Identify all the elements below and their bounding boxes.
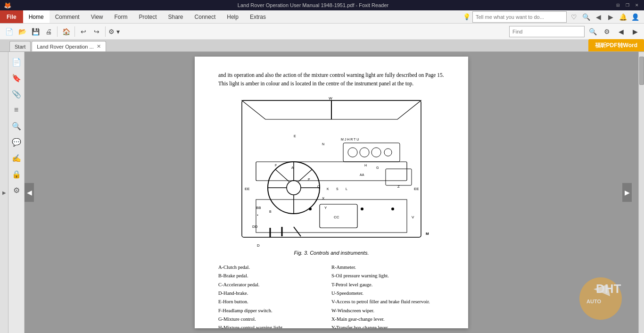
lock-icon[interactable]: 🔒 bbox=[10, 168, 23, 180]
svg-point-5 bbox=[287, 181, 301, 195]
layers-icon[interactable]: ≡ bbox=[10, 104, 23, 116]
bookmark-icon[interactable]: 🔖 bbox=[10, 72, 23, 84]
legend-right: R-Ammeter. S-Oil pressure warning light.… bbox=[331, 263, 445, 328]
dashboard-diagram: W E N M J H R T U A P Q K S L EE EE DD D… bbox=[228, 96, 435, 247]
comments-icon[interactable]: 💬 bbox=[10, 136, 23, 148]
find-btn[interactable]: 🔍 bbox=[586, 25, 599, 38]
legend-item: Y-Transfer box change lever. bbox=[331, 324, 445, 328]
find-next-btn[interactable]: ▶ bbox=[629, 25, 641, 38]
menu-extras[interactable]: Extras bbox=[244, 10, 272, 23]
legend-item: X-Main gear-change lever. bbox=[331, 315, 445, 324]
minimize-btn[interactable]: ⊟ bbox=[615, 2, 621, 8]
svg-point-52 bbox=[579, 277, 622, 320]
svg-point-37 bbox=[391, 208, 394, 210]
side-panel: 📄 🔖 📎 ≡ 🔍 💬 ✍ 🔒 ⚙ bbox=[8, 52, 25, 333]
window-title: Land Rover Operation User Manual 1948-19… bbox=[11, 2, 615, 8]
tools-side-icon[interactable]: ⚙ bbox=[10, 184, 23, 196]
open-btn[interactable]: 📂 bbox=[16, 25, 28, 38]
nav-back-btn[interactable]: ◀ bbox=[593, 12, 603, 22]
left-panel-toggle[interactable]: ▶ bbox=[0, 52, 8, 333]
menu-form[interactable]: Form bbox=[109, 10, 133, 23]
svg-text:Z: Z bbox=[397, 184, 400, 189]
tab-bar: Start Land Rover Operation ... ✕ 福昕PDF转W… bbox=[0, 40, 644, 52]
nav-forward-btn[interactable]: ▶ bbox=[605, 12, 616, 22]
restore-btn[interactable]: ❐ bbox=[624, 2, 631, 8]
legend-item: T-Petrol level gauge. bbox=[331, 281, 445, 289]
vertical-scrollbar[interactable] bbox=[638, 52, 644, 333]
lightbulb-icon: 💡 bbox=[463, 13, 471, 20]
find-prev-btn[interactable]: ◀ bbox=[615, 25, 627, 38]
tab-start[interactable]: Start bbox=[9, 41, 31, 51]
print-btn[interactable]: 🖨 bbox=[42, 25, 55, 38]
svg-text:X: X bbox=[322, 196, 325, 200]
svg-text:E: E bbox=[294, 134, 296, 138]
toolbar: 📄 📂 💾 🖨 🏠 ↩ ↪ ⚙ ▾ 🔍 ⚙ ◀ ▶ bbox=[0, 24, 644, 40]
attachment-icon[interactable]: 📎 bbox=[10, 88, 23, 100]
legend-section: A-Clutch pedal. B-Brake pedal. C-Acceler… bbox=[218, 263, 445, 328]
search-side-icon[interactable]: 🔍 bbox=[10, 120, 23, 132]
pdf-page: and its operation and also the action of… bbox=[195, 57, 468, 328]
sign-icon[interactable]: ✍ bbox=[10, 152, 23, 164]
svg-point-36 bbox=[361, 208, 363, 210]
svg-text:BB: BB bbox=[256, 206, 261, 210]
legend-left: A-Clutch pedal. B-Brake pedal. C-Acceler… bbox=[218, 263, 331, 328]
legend-item: B-Brake pedal. bbox=[218, 272, 331, 280]
svg-text:V: V bbox=[412, 215, 414, 219]
menu-bar: File Home Comment View Form Protect Shar… bbox=[0, 10, 644, 24]
convert-to-word-btn[interactable]: 福昕PDF转Word bbox=[588, 39, 644, 51]
menu-file[interactable]: File bbox=[0, 10, 23, 23]
redo-btn[interactable]: ↪ bbox=[91, 25, 103, 38]
svg-text:M J H R T U: M J H R T U bbox=[341, 138, 359, 141]
svg-text:F: F bbox=[275, 164, 277, 167]
legend-item: G-Mixture control. bbox=[218, 315, 331, 324]
legend-item: S-Oil pressure warning light. bbox=[331, 272, 445, 280]
page-icon[interactable]: 📄 bbox=[10, 56, 23, 68]
menu-comment[interactable]: Comment bbox=[50, 10, 85, 23]
search-icon-menu[interactable]: 🔍 bbox=[581, 12, 591, 22]
svg-point-35 bbox=[309, 208, 312, 210]
close-btn[interactable]: ✕ bbox=[634, 2, 640, 8]
menu-help[interactable]: Help bbox=[221, 10, 244, 23]
new-btn[interactable]: 📄 bbox=[3, 25, 15, 38]
find-input[interactable] bbox=[509, 26, 585, 37]
find-settings-btn[interactable]: ⚙ bbox=[601, 25, 613, 38]
save-btn[interactable]: 💾 bbox=[29, 25, 41, 38]
svg-text:A: A bbox=[291, 166, 294, 169]
svg-text:D: D bbox=[257, 243, 260, 247]
svg-text:•: • bbox=[257, 213, 258, 217]
main-layout: ▶ 📄 🔖 📎 ≡ 🔍 💬 ✍ 🔒 ⚙ ◀ and its operation … bbox=[0, 52, 644, 333]
tell-me-input[interactable] bbox=[472, 11, 567, 23]
tab-document[interactable]: Land Rover Operation ... ✕ bbox=[32, 41, 106, 51]
menu-view[interactable]: View bbox=[85, 10, 109, 23]
heart-icon[interactable]: ♡ bbox=[569, 12, 579, 22]
title-bar: 🦊 Land Rover Operation User Manual 1948-… bbox=[0, 0, 644, 10]
svg-point-13 bbox=[348, 148, 357, 157]
svg-text:EE: EE bbox=[245, 187, 250, 191]
menu-home[interactable]: Home bbox=[23, 10, 50, 23]
tab-close-btn[interactable]: ✕ bbox=[97, 44, 101, 49]
legend-item: R-Ammeter. bbox=[331, 263, 445, 272]
home-btn[interactable]: 🏠 bbox=[60, 25, 72, 38]
notification-icon[interactable]: 🔔 bbox=[618, 12, 628, 22]
sep1 bbox=[57, 26, 58, 37]
svg-text:P: P bbox=[308, 178, 310, 181]
menu-share[interactable]: Share bbox=[163, 10, 189, 23]
page-next-btn[interactable]: ▶ bbox=[622, 183, 632, 202]
svg-text:DHT: DHT bbox=[596, 282, 621, 296]
svg-line-51 bbox=[294, 227, 301, 236]
menu-protect[interactable]: Protect bbox=[133, 10, 163, 23]
page-prev-btn[interactable]: ◀ bbox=[25, 183, 34, 202]
svg-line-10 bbox=[275, 169, 289, 182]
legend-item: E-Horn button. bbox=[218, 298, 331, 306]
undo-btn[interactable]: ↩ bbox=[77, 25, 90, 38]
user-icon[interactable]: 👤 bbox=[630, 12, 640, 22]
search-area: 🔍 ⚙ ◀ ▶ bbox=[509, 25, 641, 38]
legend-item: C-Accelerator pedal. bbox=[218, 281, 331, 289]
menu-connect[interactable]: Connect bbox=[189, 10, 222, 23]
svg-point-15 bbox=[372, 148, 381, 157]
tools-dropdown[interactable]: ⚙ ▾ bbox=[108, 25, 120, 38]
legend-item: F-Headlamp dipper switch. bbox=[218, 307, 331, 315]
scrollbar-thumb[interactable] bbox=[639, 57, 644, 85]
svg-rect-2 bbox=[256, 162, 407, 181]
figure-container: W E N M J H R T U A P Q K S L EE EE DD D… bbox=[218, 96, 445, 256]
